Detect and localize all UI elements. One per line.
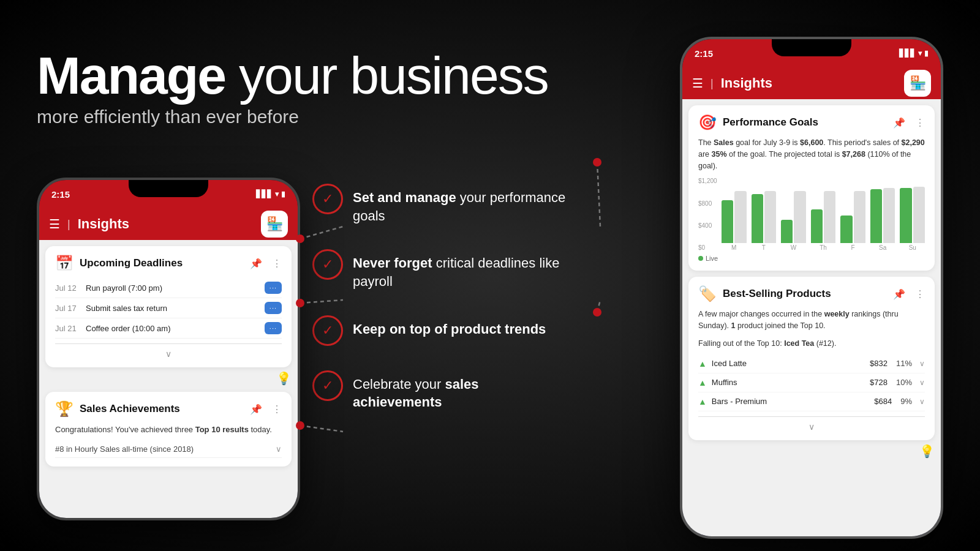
bar-pair-M [722,182,747,243]
deadline-date-3: Jul 21 [55,324,81,333]
bar-label-M: M [731,244,736,251]
y-label-400: $400 [698,222,720,229]
performance-chart: $1,200 $800 $400 $0 M [698,178,925,251]
card-header-deadlines: 📅 Upcoming Deadlines 📌 ⋮ [55,255,282,272]
feature-goals-text: Set and manage your performance goals [353,184,570,225]
right-lightbulb-icon: 💡 [682,440,941,459]
deadline-row-2: Jul 17 Submit sales tax return ··· [55,298,282,318]
checkmark-icon: ✓ [312,184,343,214]
calendar-icon: 📅 [55,255,74,272]
product-name-1: Iced Latte [712,359,865,368]
best-pin-icon[interactable]: 📌 [893,288,905,300]
wifi-icon: ▾ [275,190,279,198]
achievement-chevron[interactable]: ∨ [276,444,282,454]
best-selling-footer[interactable]: ∨ [698,417,925,432]
chart-bars: M T [722,178,925,251]
bar-group-Su: Su [900,182,925,251]
perf-title: Performance Goals [723,116,887,129]
left-status-bar: 2:15 ▋▋▋ ▾ ▮ [39,180,298,208]
right-phone-content: 🎯 Performance Goals 📌 ⋮ The Sales goal f… [682,99,941,536]
feature-goals: ✓ Set and manage your performance goals [312,184,570,225]
bar-pair-Su [900,182,925,243]
bar-pair-Sa [870,182,895,243]
bar-gray-W [794,191,805,243]
features-list: ✓ Set and manage your performance goals … [312,184,570,436]
best-selling-card: 🏷️ Best-Selling Products 📌 ⋮ A few major… [688,277,935,440]
perf-pin-icon[interactable]: 📌 [893,117,905,129]
achievement-row-1: #8 in Hourly Sales all-time (since 2018)… [55,441,282,458]
right-nav-bar: ☰ | Insights 🏪 [682,67,941,99]
deadline-date-2: Jul 17 [55,304,81,313]
bar-gray-F [854,191,865,243]
deadline-action-3[interactable]: ··· [265,322,282,334]
left-status-time: 2:15 [51,189,70,200]
achievements-body: Congratulations! You've achieved three T… [55,424,282,436]
hero-title-rest: your business [225,46,548,105]
left-phone-content: 📅 Upcoming Deadlines 📌 ⋮ Jul 12 Run payr… [39,240,298,518]
arrow-up-2: ▲ [698,378,707,388]
feature-trends-text: Keep on top of product trends [353,315,546,339]
bar-group-Sa: Sa [870,182,895,251]
feature-achievements-text: Celebrate your sales achievements [353,370,570,411]
more-icon-2[interactable]: ⋮ [272,403,282,415]
product-chevron-2[interactable]: ∨ [919,378,925,387]
left-nav-bar: ☰ | Insights 🏪 [39,208,298,240]
bar-green-Sa [870,189,882,243]
product-chevron-3[interactable]: ∨ [919,397,925,406]
deadline-desc-3: Coffee order (10:00 am) [86,324,260,333]
product-chevron-1[interactable]: ∨ [919,359,925,368]
right-menu-icon[interactable]: ☰ [692,76,703,91]
hero-subtitle: more efficiently than ever before [37,107,548,127]
right-nav-divider: | [710,77,714,90]
product-row-2: ▲ Muffins $728 10% ∨ [698,373,925,392]
battery-icon: ▮ [281,190,285,198]
best-selling-falling: Falling out of the Top 10: Iced Tea (#12… [698,338,925,350]
arrow-up-1: ▲ [698,359,707,369]
right-app-logo: 🏪 [904,70,931,97]
checkmark-icon-4: ✓ [312,370,343,401]
deadline-action-1[interactable]: ··· [265,282,282,294]
bar-label-Su: Su [909,244,916,251]
card-footer-deadlines[interactable]: ∨ [55,344,282,359]
product-price-3: $684 [874,397,892,406]
deadline-date-1: Jul 12 [55,283,81,293]
left-nav-title: Insights [78,216,254,232]
arrow-up-3: ▲ [698,397,707,407]
feature-trends: ✓ Keep on top of product trends [312,315,570,346]
performance-goals-card: 🎯 Performance Goals 📌 ⋮ The Sales goal f… [688,105,935,271]
product-name-3: Bars - Premium [712,397,869,406]
bar-gray-T [764,191,776,243]
best-more-icon[interactable]: ⋮ [915,288,925,300]
pin-icon-2[interactable]: 📌 [250,403,262,415]
product-price-1: $832 [870,359,888,368]
y-label-800: $800 [698,200,720,207]
y-label-1200: $1,200 [698,178,720,184]
perf-more-icon[interactable]: ⋮ [915,117,925,129]
bar-pair-T [752,182,777,243]
deadline-row-1: Jul 12 Run payroll (7:00 pm) ··· [55,278,282,298]
product-row-1: ▲ Iced Latte $832 11% ∨ [698,354,925,373]
menu-icon[interactable]: ☰ [49,217,60,231]
notch [129,180,208,197]
right-battery-icon: ▮ [924,49,929,58]
best-selling-title: Best-Selling Products [723,288,887,300]
trophy-icon: 🏆 [55,400,74,418]
more-icon[interactable]: ⋮ [272,258,282,269]
lightbulb-icon: 💡 [39,367,298,386]
right-wifi-icon: ▾ [918,49,922,58]
right-status-time: 2:15 [695,48,713,59]
pin-icon[interactable]: 📌 [250,258,262,269]
hero-title-bold: Manage [37,46,225,105]
best-selling-header: 🏷️ Best-Selling Products 📌 ⋮ [698,285,925,302]
chart-live-indicator: Live [698,255,925,262]
bar-label-W: W [791,244,796,251]
bar-green-F [840,216,852,243]
deadline-action-2[interactable]: ··· [265,302,282,314]
hero-title: Manage your business [37,49,548,102]
chart-y-axis: $1,200 $800 $400 $0 [698,178,720,251]
bar-gray-Sa [883,188,895,243]
product-pct-2: 10% [896,378,912,387]
bar-gray-M [734,191,746,243]
bar-green-T [752,194,763,243]
nav-divider: | [67,218,70,231]
